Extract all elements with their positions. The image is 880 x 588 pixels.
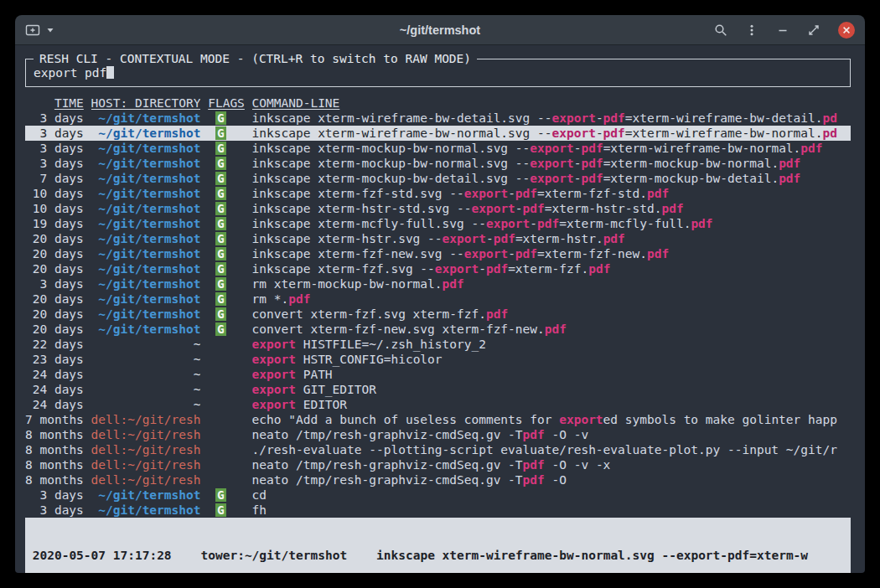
search-box[interactable]: RESH CLI - CONTEXTUAL MODE - (CTRL+R to …	[25, 59, 851, 87]
command-text: =xterm-mockup-bw-normal.	[603, 157, 779, 170]
match-text: pdf	[494, 232, 515, 245]
row-flags: G	[208, 231, 245, 246]
row-time: 10 days	[25, 186, 84, 201]
history-row-selected[interactable]: 3 days~/git/termshotGinkscape xterm-wire…	[25, 126, 851, 141]
git-flag: G	[215, 187, 226, 200]
match-text: pdf	[581, 157, 603, 170]
match-text: export	[443, 232, 486, 245]
search-input[interactable]: export pdf	[34, 65, 842, 80]
history-row[interactable]: 10 days~/git/termshotGinkscape xterm-fzf…	[25, 186, 851, 201]
row-host-directory: dell:~/git/resh	[91, 472, 201, 487]
history-row[interactable]: 7 monthsdell:~/git/reshecho "Add a bunch…	[25, 412, 851, 427]
history-row[interactable]: 19 days~/git/termshotGinkscape xterm-mcf…	[25, 216, 851, 231]
row-command: inkscape xterm-fzf.svg --export-pdf=xter…	[252, 261, 851, 276]
match-text: pdf	[647, 247, 669, 260]
git-flag: G	[215, 503, 226, 517]
history-row[interactable]: 8 monthsdell:~/git/reshneato /tmp/resh-g…	[25, 457, 851, 472]
history-row[interactable]: 20 days~/git/termshotGrm *.pdf	[25, 291, 851, 307]
history-row[interactable]: 8 monthsdell:~/git/reshneato /tmp/resh-g…	[25, 427, 851, 442]
match-text: export	[530, 172, 573, 185]
command-text: -O	[545, 473, 567, 487]
match-text: pdf	[603, 126, 625, 140]
row-host-directory: ~/git/termshot	[91, 111, 201, 126]
row-flags: G	[208, 171, 245, 186]
history-row[interactable]: 3 days~/git/termshotGinkscape xterm-wire…	[25, 111, 851, 126]
row-command: convert xterm-fzf.svg xterm-fzf.pdf	[252, 307, 851, 322]
row-flags	[208, 337, 245, 352]
match-text: pdf	[288, 292, 310, 306]
history-row[interactable]: 3 days~/git/termshotGinkscape xterm-mock…	[25, 156, 851, 171]
close-button[interactable]	[838, 22, 855, 39]
command-text: inkscape xterm-mcfly-full.svg --	[252, 217, 486, 230]
tab-dropdown-button[interactable]	[46, 26, 54, 34]
match-text: export	[559, 413, 603, 426]
kebab-menu-icon	[745, 23, 758, 37]
history-row[interactable]: 8 monthsdell:~/git/reshneato /tmp/resh-g…	[25, 472, 851, 487]
match-text: pdf	[661, 202, 683, 215]
titlebar[interactable]: ~/git/termshot	[15, 15, 865, 45]
row-time: 8 months	[25, 457, 84, 472]
match-text: pdf	[523, 428, 545, 441]
match-text: pdf	[523, 458, 545, 472]
history-row[interactable]: 8 monthsdell:~/git/resh./resh-evaluate -…	[25, 442, 851, 457]
history-row[interactable]: 24 days~export GIT_EDITOR	[25, 382, 851, 397]
match-text: pdf	[581, 172, 603, 185]
row-time: 23 days	[25, 352, 84, 367]
match-text: export	[551, 111, 595, 125]
row-host-directory: dell:~/git/resh	[91, 427, 201, 442]
text-cursor	[106, 66, 114, 79]
history-row[interactable]: 20 days~/git/termshotGinkscape xterm-fzf…	[25, 261, 851, 276]
new-tab-button[interactable]	[25, 23, 40, 37]
history-row[interactable]: 24 days~export PATH	[25, 367, 851, 382]
row-command: export GIT_EDITOR	[252, 382, 851, 397]
row-flags: G	[208, 291, 245, 307]
header-time: TIME	[25, 95, 84, 111]
minimize-button[interactable]	[776, 23, 789, 37]
row-flags	[208, 472, 245, 487]
history-row[interactable]: 3 days~/git/termshotGrm xterm-mockup-bw-…	[25, 276, 851, 291]
command-text: -	[515, 202, 523, 215]
history-row[interactable]: 20 days~/git/termshotGconvert xterm-fzf.…	[25, 307, 851, 322]
search-button[interactable]	[714, 23, 727, 37]
history-row[interactable]: 3 days~/git/termshotGfh	[25, 503, 851, 518]
history-row[interactable]: 7 days~/git/termshotGinkscape xterm-mock…	[25, 171, 851, 186]
history-row[interactable]: 22 days~export HISTFILE=~/.zsh_history_2	[25, 337, 851, 352]
command-text: =xterm-fzf-std.	[537, 187, 647, 200]
history-row[interactable]: 3 days~/git/termshotGinkscape xterm-mock…	[25, 141, 851, 156]
row-command: inkscape xterm-fzf-new.svg --export-pdf=…	[252, 246, 851, 261]
search-box-title: RESH CLI - CONTEXTUAL MODE - (CTRL+R to …	[34, 51, 477, 66]
history-row[interactable]: 24 days~export EDITOR	[25, 397, 851, 412]
match-text: pdf	[486, 307, 508, 321]
history-row[interactable]: 20 days~/git/termshotGinkscape xterm-fzf…	[25, 246, 851, 261]
restore-button[interactable]	[807, 23, 820, 37]
command-text: =xterm-hstr.	[515, 232, 603, 245]
git-flag: G	[215, 277, 226, 291]
row-host-directory: ~/git/termshot	[91, 246, 201, 261]
match-text: pdf	[581, 142, 603, 155]
status-line-1: 2020-05-07 17:17:28 tower:~/git/termshot…	[25, 548, 851, 563]
history-row[interactable]: 20 days~/git/termshotGconvert xterm-fzf-…	[25, 322, 851, 337]
row-time: 7 days	[25, 171, 84, 186]
header-command: COMMAND-LINE	[252, 95, 851, 111]
row-host-directory: ~/git/termshot	[91, 322, 201, 337]
git-flag: G	[215, 488, 226, 502]
match-text: export	[464, 247, 508, 260]
history-row[interactable]: 23 days~export HSTR_CONFIG=hicolor	[25, 352, 851, 367]
row-time: 3 days	[25, 111, 84, 126]
history-row[interactable]: 20 days~/git/termshotGinkscape xterm-hst…	[25, 231, 851, 246]
command-text: inkscape xterm-hstr-std.svg --	[252, 202, 472, 215]
row-flags: G	[208, 487, 245, 503]
row-host-directory: ~/git/termshot	[91, 186, 201, 201]
row-flags: G	[208, 111, 245, 126]
history-row[interactable]: 3 days~/git/termshotGcd	[25, 487, 851, 503]
row-host-directory: ~/git/termshot	[91, 201, 201, 216]
row-time: 8 months	[25, 442, 84, 457]
command-text: -	[479, 262, 486, 276]
history-row[interactable]: 10 days~/git/termshotGinkscape xterm-hst…	[25, 201, 851, 216]
menu-button[interactable]	[745, 23, 758, 37]
command-text: inkscape xterm-mockup-bw-detail.svg --	[252, 172, 531, 185]
match-text: pdf	[515, 187, 537, 200]
command-text: =xterm-wireframe-bw-normal.	[603, 142, 801, 155]
row-host-directory: ~/git/termshot	[91, 156, 201, 171]
command-text: inkscape xterm-mockup-bw-normal.svg --	[252, 157, 531, 170]
